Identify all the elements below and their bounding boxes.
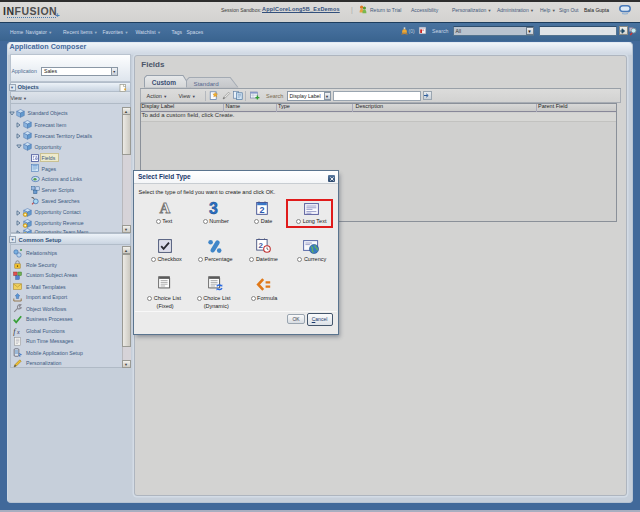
svg-text:x: x: [16, 329, 20, 335]
svg-text:A: A: [159, 200, 170, 216]
svg-text:2: 2: [258, 240, 263, 249]
svg-text:2: 2: [259, 205, 264, 215]
svg-text:3: 3: [209, 199, 218, 216]
